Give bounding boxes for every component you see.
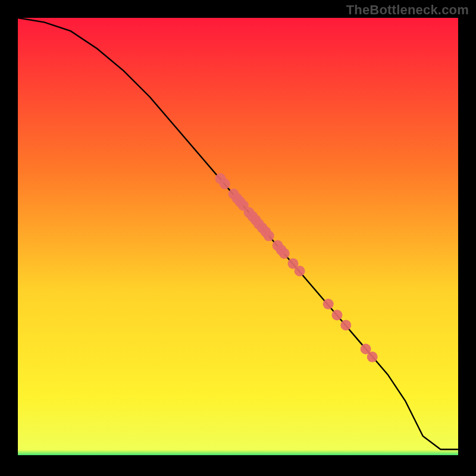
data-point [220, 178, 230, 189]
chart-frame: TheBottleneck.com [0, 0, 476, 476]
watermark-text: TheBottleneck.com [346, 2, 469, 18]
x-axis-bar [18, 455, 458, 458]
data-point [323, 299, 334, 309]
gradient-background [18, 18, 458, 458]
data-point [279, 248, 290, 259]
data-point [367, 352, 378, 362]
data-point [264, 230, 274, 241]
bottleneck-chart [18, 18, 458, 458]
data-point [332, 310, 343, 321]
plot-area [18, 18, 458, 458]
data-point [295, 266, 305, 277]
data-point [340, 320, 351, 331]
